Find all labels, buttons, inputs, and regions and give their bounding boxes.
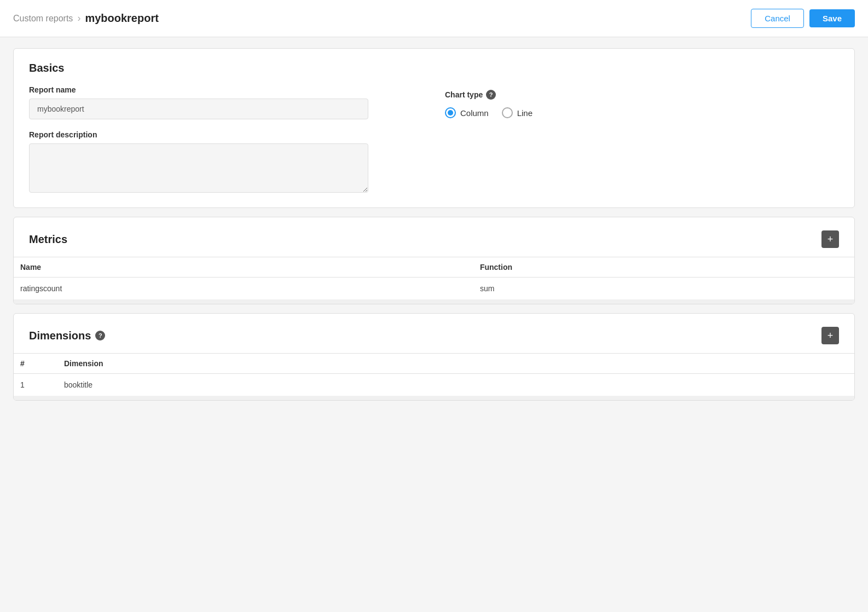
metrics-table: Name Function ratingscount sum [14,257,854,299]
metrics-col-name: Name [14,257,473,278]
metrics-title: Metrics [29,233,67,246]
metrics-section-header: Metrics + [29,230,839,248]
dimensions-col-dimension: Dimension [57,354,854,374]
dimensions-section-header: Dimensions ? + [29,327,839,344]
metrics-add-button[interactable]: + [821,230,839,248]
basics-title: Basics [29,62,839,74]
metrics-card: Metrics + Name Function ratingscount [13,217,855,304]
chart-type-label: Chart type ? [445,90,839,100]
dimensions-table-header-row: # Dimension [14,354,854,374]
dimensions-title: Dimensions ? [29,330,105,342]
basics-grid: Report name Report description Chart typ… [29,85,839,194]
header: Custom reports › mybookreport Cancel Sav… [0,0,868,37]
metrics-table-header-row: Name Function [14,257,854,278]
table-row: ratingscount sum [14,278,854,300]
breadcrumb: Custom reports › mybookreport [13,12,159,25]
radio-column-label: Column [460,108,489,118]
page-container: Custom reports › mybookreport Cancel Sav… [0,0,868,612]
basics-card: Basics Report name Report description Ch… [13,48,855,208]
report-description-row: Report description [29,130,423,194]
basics-left: Report name Report description [29,85,423,194]
cancel-button[interactable]: Cancel [751,9,804,28]
dimensions-table: # Dimension 1 booktitle [14,353,854,396]
save-button[interactable]: Save [809,9,855,27]
metrics-table-wrapper: Name Function ratingscount sum [14,257,854,299]
radio-line-label: Line [517,108,533,118]
dimensions-add-button[interactable]: + [821,327,839,344]
header-actions: Cancel Save [751,9,855,28]
radio-column-circle [445,107,456,118]
report-description-textarea[interactable] [29,143,368,193]
report-description-label: Report description [29,130,423,139]
dimensions-row-number: 1 [14,374,57,396]
dimensions-table-wrapper: # Dimension 1 booktitle [14,353,854,396]
dimensions-scroll-hint [14,396,854,400]
breadcrumb-separator: › [77,13,80,24]
radio-column[interactable]: Column [445,107,489,118]
basics-right: Chart type ? Column Line [445,85,839,194]
chart-type-radio-group: Column Line [445,107,839,118]
chart-type-section: Chart type ? Column Line [445,85,839,118]
dimensions-help-icon[interactable]: ? [95,331,105,340]
radio-line-circle [502,107,513,118]
metrics-card-inner: Metrics + [14,217,854,248]
dimensions-card: Dimensions ? + # Dimension [13,313,855,401]
dimensions-card-inner: Dimensions ? + [14,314,854,344]
dimensions-col-number: # [14,354,57,374]
radio-line[interactable]: Line [502,107,533,118]
metrics-row-name: ratingscount [14,278,473,300]
metrics-scroll-hint [14,299,854,304]
report-name-label: Report name [29,85,423,94]
metrics-col-function: Function [473,257,854,278]
metrics-row-function: sum [473,278,854,300]
chart-type-help-icon[interactable]: ? [486,90,496,100]
table-row: 1 booktitle [14,374,854,396]
breadcrumb-parent[interactable]: Custom reports [13,14,73,24]
report-name-input[interactable] [29,99,368,119]
main-content: Basics Report name Report description Ch… [0,37,868,412]
breadcrumb-current: mybookreport [85,12,158,25]
dimensions-row-dimension: booktitle [57,374,854,396]
